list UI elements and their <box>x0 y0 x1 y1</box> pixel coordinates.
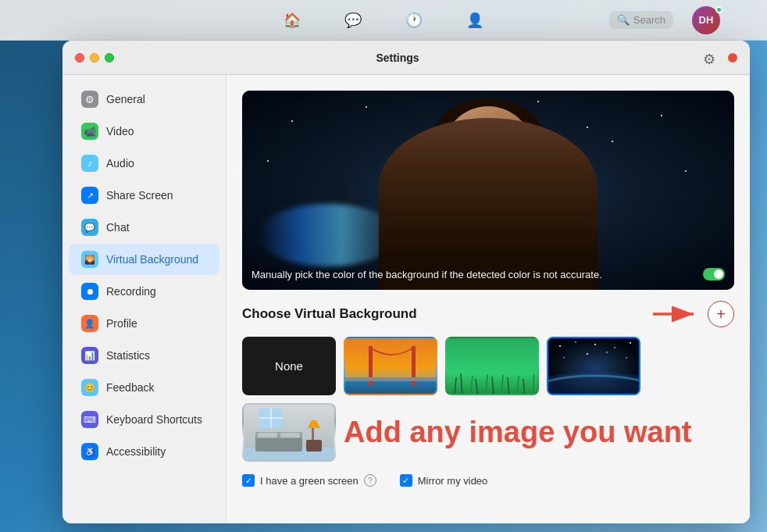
minimize-button[interactable] <box>90 53 99 62</box>
sidebar-item-share-screen[interactable]: ↗ Share Screen <box>69 180 219 211</box>
choose-title: Choose Virtual Background <box>242 306 417 322</box>
arrow-indicator <box>653 302 700 326</box>
sidebar-item-accessibility[interactable]: ♿ Accessibility <box>69 436 219 467</box>
toggle-knob <box>714 270 723 279</box>
thumb-room[interactable] <box>242 403 336 462</box>
sidebar-item-keyboard-shortcuts[interactable]: ⌨ Keyboard Shortcuts <box>69 404 219 435</box>
window-title: Settings <box>114 52 681 64</box>
svg-rect-6 <box>345 377 437 381</box>
add-image-container: Add any image you want <box>344 407 734 459</box>
svg-point-21 <box>575 341 576 343</box>
thumb-bridge[interactable] <box>344 337 437 395</box>
svg-point-30 <box>548 372 640 395</box>
space-img <box>548 338 640 395</box>
preview-container: Manually pick the color of the backgroun… <box>242 91 734 290</box>
audio-icon: ♪ <box>81 155 98 172</box>
close-button[interactable] <box>75 53 84 62</box>
tab-history[interactable]: 🕐 <box>403 9 425 31</box>
sidebar-item-general[interactable]: ⚙ General <box>69 84 219 115</box>
share-screen-icon: ↗ <box>81 187 98 204</box>
sidebar-label-chat: Chat <box>106 221 130 234</box>
arrow-svg <box>653 302 700 326</box>
add-image-text: Add any image you want <box>344 407 734 459</box>
profile-icon: 👤 <box>81 315 98 332</box>
tab-chat[interactable]: 💬 <box>342 9 364 31</box>
window-body: ⚙ General 📹 Video ♪ Audio ↗ Share Screen… <box>62 75 750 523</box>
second-row: Add any image you want <box>242 403 734 462</box>
feedback-icon: 😊 <box>81 379 98 396</box>
sidebar-label-profile: Profile <box>106 317 137 330</box>
thumb-space[interactable] <box>547 337 640 395</box>
choose-section: Choose Virtual Background <box>242 301 734 327</box>
sidebar-label-virtual-background: Virtual Background <box>106 253 198 266</box>
search-label: Search <box>633 14 665 26</box>
mirror-video-checkbox[interactable]: ✓ <box>400 474 412 487</box>
macos-bar: 🏠 💬 🕐 👤 🔍 Search DH <box>0 0 767 41</box>
green-screen-checkbox[interactable]: ✓ <box>242 474 255 487</box>
green-screen-checkbox-item[interactable]: ✓ I have a green screen ? <box>242 474 376 487</box>
add-background-button[interactable]: + <box>708 301 734 327</box>
window-titlebar: Settings <box>62 41 750 75</box>
mirror-video-checkbox-item[interactable]: ✓ Mirror my video <box>400 474 488 487</box>
video-icon: 📹 <box>81 123 98 140</box>
maximize-button[interactable] <box>105 53 114 62</box>
svg-point-26 <box>587 353 588 355</box>
person-silhouette <box>379 118 598 290</box>
recording-indicator <box>728 53 737 62</box>
avatar-initials: DH <box>699 14 714 26</box>
macos-tabs: 🏠 💬 🕐 👤 <box>281 9 486 31</box>
sidebar-item-audio[interactable]: ♪ Audio <box>69 148 219 179</box>
color-pick-toggle[interactable] <box>703 268 725 280</box>
tab-contacts[interactable]: 👤 <box>464 9 486 31</box>
svg-rect-37 <box>306 440 322 452</box>
svg-rect-36 <box>280 433 300 437</box>
svg-rect-35 <box>258 433 277 437</box>
sidebar-label-keyboard-shortcuts: Keyboard Shortcuts <box>106 413 202 426</box>
green-screen-help-icon[interactable]: ? <box>364 474 376 487</box>
checkbox-row: ✓ I have a green screen ? ✓ Mirror my vi… <box>242 474 734 487</box>
avatar-online-dot <box>715 6 722 13</box>
sidebar: ⚙ General 📹 Video ♪ Audio ↗ Share Screen… <box>62 75 227 523</box>
sidebar-label-video: Video <box>106 125 134 137</box>
thumb-none-label: None <box>275 359 303 373</box>
grass-img <box>447 338 539 395</box>
preview-caption: Manually pick the color of the backgroun… <box>252 269 699 280</box>
svg-point-24 <box>630 342 631 344</box>
thumb-grass[interactable] <box>445 337 539 395</box>
sidebar-item-video[interactable]: 📹 Video <box>69 116 219 147</box>
sidebar-label-accessibility: Accessibility <box>106 445 166 458</box>
sidebar-label-statistics: Statistics <box>106 349 150 362</box>
virtual-background-icon: 🌄 <box>81 251 98 268</box>
svg-point-23 <box>614 347 615 348</box>
accessibility-icon: ♿ <box>81 443 98 460</box>
sidebar-label-general: General <box>106 93 145 105</box>
thumbnail-grid: None <box>242 337 734 395</box>
traffic-lights <box>75 53 114 62</box>
settings-window: Settings ⚙ General 📹 Video ♪ Audio ↗ Sha… <box>62 41 750 523</box>
svg-rect-38 <box>312 428 314 440</box>
preview-image <box>242 91 734 290</box>
svg-point-25 <box>563 357 564 358</box>
sidebar-item-profile[interactable]: 👤 Profile <box>69 308 219 339</box>
sidebar-item-feedback[interactable]: 😊 Feedback <box>69 372 219 403</box>
thumb-none[interactable]: None <box>242 337 336 395</box>
search-bar[interactable]: 🔍 Search <box>609 11 673 29</box>
keyboard-shortcuts-icon: ⌨ <box>81 411 98 428</box>
room-img <box>244 405 336 462</box>
green-screen-label: I have a green screen <box>260 475 359 487</box>
statistics-icon: 📊 <box>81 347 98 364</box>
sidebar-item-statistics[interactable]: 📊 Statistics <box>69 340 219 371</box>
tab-home[interactable]: 🏠 <box>281 9 303 31</box>
earth-glow <box>258 204 398 266</box>
svg-point-20 <box>559 345 561 347</box>
search-icon: 🔍 <box>617 14 630 26</box>
gear-button[interactable]: ⚙ <box>698 48 720 70</box>
sidebar-label-feedback: Feedback <box>106 381 154 394</box>
main-content: Manually pick the color of the backgroun… <box>227 75 750 523</box>
sidebar-item-recording[interactable]: ⏺ Recording <box>69 276 219 307</box>
svg-point-28 <box>626 357 626 358</box>
svg-point-27 <box>606 352 608 353</box>
sidebar-label-recording: Recording <box>106 285 156 298</box>
sidebar-item-chat[interactable]: 💬 Chat <box>69 212 219 243</box>
sidebar-item-virtual-background[interactable]: 🌄 Virtual Background <box>69 244 219 275</box>
